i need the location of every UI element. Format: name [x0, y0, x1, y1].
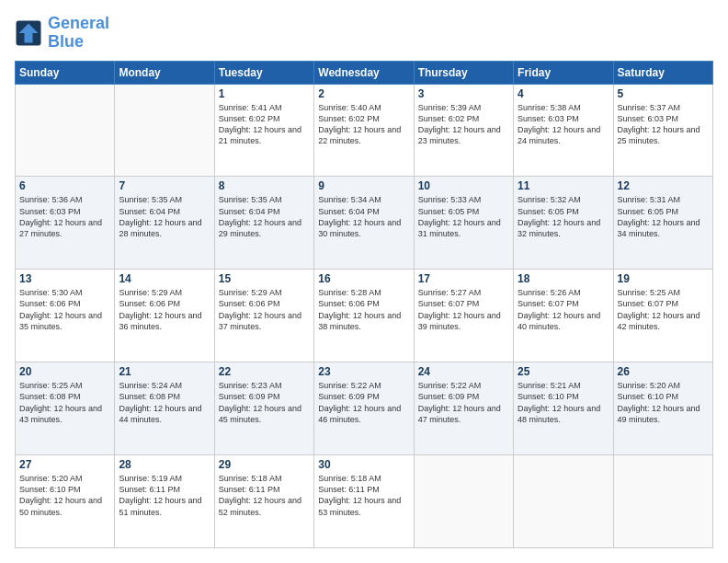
- cell-info: Sunrise: 5:21 AM Sunset: 6:10 PM Dayligh…: [518, 380, 609, 425]
- logo-icon: [15, 19, 42, 47]
- calendar-cell: [16, 84, 115, 177]
- week-row-2: 13Sunrise: 5:30 AM Sunset: 6:06 PM Dayli…: [16, 270, 713, 362]
- calendar-cell: 11Sunrise: 5:32 AM Sunset: 6:05 PM Dayli…: [514, 177, 613, 270]
- cell-info: Sunrise: 5:35 AM Sunset: 6:04 PM Dayligh…: [219, 194, 310, 239]
- calendar-cell: 4Sunrise: 5:38 AM Sunset: 6:03 PM Daylig…: [514, 84, 613, 177]
- cell-info: Sunrise: 5:30 AM Sunset: 6:06 PM Dayligh…: [19, 287, 110, 332]
- calendar-cell: 16Sunrise: 5:28 AM Sunset: 6:06 PM Dayli…: [314, 270, 414, 362]
- day-number: 3: [418, 87, 509, 100]
- cell-info: Sunrise: 5:40 AM Sunset: 6:02 PM Dayligh…: [318, 102, 409, 147]
- calendar-cell: 14Sunrise: 5:29 AM Sunset: 6:06 PM Dayli…: [115, 270, 214, 362]
- day-number: 9: [318, 179, 409, 192]
- cell-info: Sunrise: 5:24 AM Sunset: 6:08 PM Dayligh…: [119, 380, 210, 425]
- day-number: 1: [219, 87, 310, 100]
- cell-info: Sunrise: 5:33 AM Sunset: 6:05 PM Dayligh…: [418, 194, 509, 239]
- calendar-cell: 17Sunrise: 5:27 AM Sunset: 6:07 PM Dayli…: [414, 270, 513, 362]
- cell-info: Sunrise: 5:32 AM Sunset: 6:05 PM Dayligh…: [518, 194, 609, 239]
- day-number: 28: [119, 458, 210, 471]
- day-number: 2: [318, 87, 409, 100]
- day-number: 23: [318, 365, 409, 378]
- calendar-header-row: SundayMondayTuesdayWednesdayThursdayFrid…: [16, 61, 713, 84]
- cell-info: Sunrise: 5:25 AM Sunset: 6:07 PM Dayligh…: [618, 287, 709, 332]
- calendar-cell: 5Sunrise: 5:37 AM Sunset: 6:03 PM Daylig…: [613, 84, 712, 177]
- day-number: 26: [618, 365, 709, 378]
- day-number: 20: [19, 365, 110, 378]
- week-row-3: 20Sunrise: 5:25 AM Sunset: 6:08 PM Dayli…: [16, 362, 713, 455]
- day-header-monday: Monday: [115, 61, 214, 84]
- calendar-cell: 9Sunrise: 5:34 AM Sunset: 6:04 PM Daylig…: [314, 177, 414, 270]
- week-row-1: 6Sunrise: 5:36 AM Sunset: 6:03 PM Daylig…: [16, 177, 713, 270]
- calendar-cell: [514, 455, 613, 548]
- calendar-cell: 13Sunrise: 5:30 AM Sunset: 6:06 PM Dayli…: [16, 270, 115, 362]
- cell-info: Sunrise: 5:22 AM Sunset: 6:09 PM Dayligh…: [418, 380, 509, 425]
- day-number: 19: [618, 272, 709, 285]
- calendar-cell: 30Sunrise: 5:18 AM Sunset: 6:11 PM Dayli…: [314, 455, 414, 548]
- logo-text: General Blue: [48, 15, 109, 52]
- day-number: 4: [518, 87, 609, 100]
- calendar-cell: 12Sunrise: 5:31 AM Sunset: 6:05 PM Dayli…: [613, 177, 712, 270]
- day-number: 13: [19, 272, 110, 285]
- day-number: 15: [219, 272, 310, 285]
- cell-info: Sunrise: 5:20 AM Sunset: 6:10 PM Dayligh…: [19, 473, 110, 518]
- calendar-cell: 3Sunrise: 5:39 AM Sunset: 6:02 PM Daylig…: [414, 84, 513, 177]
- calendar-cell: 18Sunrise: 5:26 AM Sunset: 6:07 PM Dayli…: [514, 270, 613, 362]
- day-number: 5: [618, 87, 709, 100]
- day-number: 12: [618, 179, 709, 192]
- day-header-tuesday: Tuesday: [214, 61, 313, 84]
- cell-info: Sunrise: 5:35 AM Sunset: 6:04 PM Dayligh…: [119, 194, 210, 239]
- calendar-cell: 6Sunrise: 5:36 AM Sunset: 6:03 PM Daylig…: [16, 177, 115, 270]
- day-number: 10: [418, 179, 509, 192]
- day-header-sunday: Sunday: [16, 61, 115, 84]
- cell-info: Sunrise: 5:37 AM Sunset: 6:03 PM Dayligh…: [618, 102, 709, 147]
- day-number: 30: [318, 458, 409, 471]
- day-number: 24: [418, 365, 509, 378]
- cell-info: Sunrise: 5:39 AM Sunset: 6:02 PM Dayligh…: [418, 102, 509, 147]
- logo: General Blue: [15, 15, 109, 52]
- day-header-friday: Friday: [514, 61, 613, 84]
- day-number: 21: [119, 365, 210, 378]
- cell-info: Sunrise: 5:18 AM Sunset: 6:11 PM Dayligh…: [219, 473, 310, 518]
- day-number: 7: [119, 179, 210, 192]
- day-header-saturday: Saturday: [613, 61, 712, 84]
- calendar-cell: [613, 455, 712, 548]
- calendar-cell: 15Sunrise: 5:29 AM Sunset: 6:06 PM Dayli…: [214, 270, 313, 362]
- calendar-cell: 7Sunrise: 5:35 AM Sunset: 6:04 PM Daylig…: [115, 177, 214, 270]
- calendar-cell: 22Sunrise: 5:23 AM Sunset: 6:09 PM Dayli…: [214, 362, 313, 455]
- calendar-cell: [115, 84, 214, 177]
- day-number: 25: [518, 365, 609, 378]
- day-header-wednesday: Wednesday: [314, 61, 414, 84]
- calendar-cell: 27Sunrise: 5:20 AM Sunset: 6:10 PM Dayli…: [16, 455, 115, 548]
- cell-info: Sunrise: 5:26 AM Sunset: 6:07 PM Dayligh…: [518, 287, 609, 332]
- day-number: 22: [219, 365, 310, 378]
- calendar-cell: 23Sunrise: 5:22 AM Sunset: 6:09 PM Dayli…: [314, 362, 414, 455]
- day-number: 14: [119, 272, 210, 285]
- calendar-cell: 25Sunrise: 5:21 AM Sunset: 6:10 PM Dayli…: [514, 362, 613, 455]
- day-number: 17: [418, 272, 509, 285]
- cell-info: Sunrise: 5:41 AM Sunset: 6:02 PM Dayligh…: [219, 102, 310, 147]
- week-row-4: 27Sunrise: 5:20 AM Sunset: 6:10 PM Dayli…: [16, 455, 713, 548]
- cell-info: Sunrise: 5:29 AM Sunset: 6:06 PM Dayligh…: [119, 287, 210, 332]
- cell-info: Sunrise: 5:18 AM Sunset: 6:11 PM Dayligh…: [318, 473, 409, 518]
- day-header-thursday: Thursday: [414, 61, 513, 84]
- calendar-cell: 24Sunrise: 5:22 AM Sunset: 6:09 PM Dayli…: [414, 362, 513, 455]
- calendar-cell: 26Sunrise: 5:20 AM Sunset: 6:10 PM Dayli…: [613, 362, 712, 455]
- day-number: 16: [318, 272, 409, 285]
- cell-info: Sunrise: 5:34 AM Sunset: 6:04 PM Dayligh…: [318, 194, 409, 239]
- header: General Blue: [15, 15, 713, 52]
- cell-info: Sunrise: 5:29 AM Sunset: 6:06 PM Dayligh…: [219, 287, 310, 332]
- cell-info: Sunrise: 5:19 AM Sunset: 6:11 PM Dayligh…: [119, 473, 210, 518]
- cell-info: Sunrise: 5:38 AM Sunset: 6:03 PM Dayligh…: [518, 102, 609, 147]
- cell-info: Sunrise: 5:31 AM Sunset: 6:05 PM Dayligh…: [618, 194, 709, 239]
- calendar-cell: 2Sunrise: 5:40 AM Sunset: 6:02 PM Daylig…: [314, 84, 414, 177]
- calendar-table: SundayMondayTuesdayWednesdayThursdayFrid…: [15, 61, 713, 548]
- calendar-cell: 1Sunrise: 5:41 AM Sunset: 6:02 PM Daylig…: [214, 84, 313, 177]
- calendar-cell: 29Sunrise: 5:18 AM Sunset: 6:11 PM Dayli…: [214, 455, 313, 548]
- cell-info: Sunrise: 5:28 AM Sunset: 6:06 PM Dayligh…: [318, 287, 409, 332]
- calendar-cell: 19Sunrise: 5:25 AM Sunset: 6:07 PM Dayli…: [613, 270, 712, 362]
- day-number: 29: [219, 458, 310, 471]
- day-number: 8: [219, 179, 310, 192]
- calendar-cell: 28Sunrise: 5:19 AM Sunset: 6:11 PM Dayli…: [115, 455, 214, 548]
- day-number: 11: [518, 179, 609, 192]
- cell-info: Sunrise: 5:23 AM Sunset: 6:09 PM Dayligh…: [219, 380, 310, 425]
- cell-info: Sunrise: 5:20 AM Sunset: 6:10 PM Dayligh…: [618, 380, 709, 425]
